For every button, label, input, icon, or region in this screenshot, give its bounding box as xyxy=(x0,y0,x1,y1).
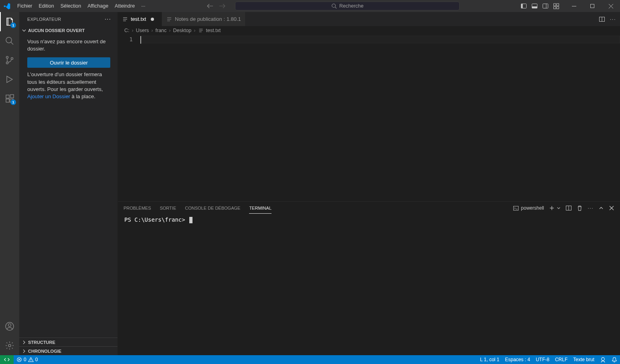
warning-count: 0 xyxy=(35,357,38,362)
outline-label: STRUCTURE xyxy=(28,340,55,345)
svg-rect-3 xyxy=(521,4,523,8)
menu-file[interactable]: Fichier xyxy=(14,0,36,12)
window-maximize-icon[interactable] xyxy=(583,0,602,12)
status-eol[interactable]: CRLF xyxy=(552,355,570,364)
breadcrumb-item[interactable]: C: xyxy=(124,28,130,33)
search-icon xyxy=(331,3,337,9)
menu-view[interactable]: Affichage xyxy=(84,0,111,12)
editor-group: test.txt Notes de publication : 1.80.1 ·… xyxy=(118,12,620,355)
timeline-label: CHRONOLOGIE xyxy=(28,349,61,354)
sidebar-explorer: EXPLORATEUR ··· AUCUN DOSSIER OUVERT Vou… xyxy=(19,12,118,355)
tab-label: test.txt xyxy=(131,16,146,22)
panel-tab-output[interactable]: SORTIE xyxy=(160,203,176,214)
breadcrumbs: C: › Users › franc › Desktop › test.txt xyxy=(118,26,620,35)
panel-more-icon[interactable]: ··· xyxy=(588,205,594,211)
breadcrumb-item[interactable]: Desktop xyxy=(173,28,191,33)
menu-go[interactable]: Atteindre xyxy=(111,0,138,12)
status-notifications-icon[interactable] xyxy=(609,355,620,364)
svg-point-18 xyxy=(6,57,8,59)
panel-tab-debug-console[interactable]: CONSOLE DE DÉBOGAGE xyxy=(185,203,240,214)
status-problems[interactable]: 0 0 xyxy=(14,355,41,364)
activity-source-control-icon[interactable] xyxy=(0,51,19,70)
menu-edit[interactable]: Edition xyxy=(36,0,57,12)
status-language-mode[interactable]: Texte brut xyxy=(570,355,597,364)
add-folder-link[interactable]: Ajouter un Dossier xyxy=(27,93,70,99)
sidebar-section-timeline[interactable]: CHRONOLOGIE xyxy=(19,346,118,355)
breadcrumb-item[interactable]: test.txt xyxy=(198,28,221,33)
terminal-selector[interactable]: powershell xyxy=(513,205,544,211)
title-bar: Fichier Edition Sélection Affichage Atte… xyxy=(0,0,620,12)
vscode-logo-icon xyxy=(0,3,14,10)
activity-extensions-icon[interactable]: 1 xyxy=(0,89,19,108)
svg-rect-24 xyxy=(10,95,14,98)
split-terminal-icon[interactable] xyxy=(565,205,572,211)
svg-rect-10 xyxy=(553,7,556,9)
split-editor-icon[interactable] xyxy=(599,16,605,22)
toggle-primary-sidebar-icon[interactable] xyxy=(518,0,529,12)
breadcrumb-item[interactable]: Users xyxy=(136,28,149,33)
sidebar-more-icon[interactable]: ··· xyxy=(105,16,111,23)
customize-layout-icon[interactable] xyxy=(551,0,561,12)
explorer-badge: 1 xyxy=(10,22,16,28)
tab-release-notes[interactable]: Notes de publication : 1.80.1 xyxy=(162,12,245,26)
activity-account-icon[interactable] xyxy=(0,317,19,336)
extensions-badge: 1 xyxy=(10,99,16,105)
svg-point-27 xyxy=(8,344,11,347)
terminal[interactable]: PS C:\Users\franc> xyxy=(118,214,620,355)
chevron-right-icon: › xyxy=(169,28,170,33)
chevron-right-icon: › xyxy=(194,28,195,33)
file-lines-icon xyxy=(166,16,172,22)
svg-point-19 xyxy=(6,62,8,64)
warning-icon xyxy=(28,357,34,362)
text-cursor xyxy=(140,36,141,44)
status-indentation[interactable]: Espaces : 4 xyxy=(502,355,533,364)
chevron-right-icon xyxy=(21,339,27,346)
activity-search-icon[interactable] xyxy=(0,31,19,51)
remote-indicator-icon[interactable] xyxy=(0,355,14,364)
status-encoding[interactable]: UTF-8 xyxy=(533,355,552,364)
sidebar-section-no-folder[interactable]: AUCUN DOSSIER OUVERT xyxy=(19,26,118,35)
nav-back-icon[interactable] xyxy=(207,3,213,9)
activity-settings-icon[interactable] xyxy=(0,336,19,355)
open-folder-button[interactable]: Ouvrir le dossier xyxy=(27,57,110,68)
menu-more-icon[interactable]: ··· xyxy=(138,0,148,12)
svg-line-17 xyxy=(11,42,13,44)
sidebar-msg2-a: L'ouverture d'un dossier fermera tous le… xyxy=(27,71,103,92)
svg-rect-6 xyxy=(543,4,548,8)
editor-line[interactable] xyxy=(140,36,620,43)
breadcrumb-item[interactable]: franc xyxy=(156,28,167,33)
tab-test-txt[interactable]: test.txt xyxy=(118,12,162,26)
activity-explorer-icon[interactable]: 1 xyxy=(0,12,19,31)
status-cursor-position[interactable]: L 1, col 1 xyxy=(477,355,502,364)
new-terminal-icon[interactable] xyxy=(549,205,555,211)
svg-rect-22 xyxy=(6,99,9,102)
panel-tab-terminal[interactable]: TERMINAL xyxy=(249,203,272,214)
menu-bar: Fichier Edition Sélection Affichage Atte… xyxy=(14,0,149,12)
command-center-search[interactable]: Recherche xyxy=(235,2,460,10)
close-panel-icon[interactable] xyxy=(609,205,614,211)
editor-tabs: test.txt Notes de publication : 1.80.1 ·… xyxy=(118,12,620,26)
svg-rect-9 xyxy=(557,4,559,6)
window-close-icon[interactable] xyxy=(602,0,620,12)
file-lines-icon xyxy=(122,16,128,22)
menu-selection[interactable]: Sélection xyxy=(57,0,84,12)
kill-terminal-icon[interactable] xyxy=(577,205,583,211)
activity-debug-icon[interactable] xyxy=(0,70,19,89)
maximize-panel-icon[interactable] xyxy=(598,205,604,211)
toggle-panel-icon[interactable] xyxy=(529,0,540,12)
editor-more-icon[interactable]: ··· xyxy=(610,16,616,22)
new-terminal-dropdown-icon[interactable] xyxy=(557,206,561,210)
svg-point-26 xyxy=(8,324,11,327)
panel-tab-problems[interactable]: PROBLÈMES xyxy=(124,203,151,214)
line-number-gutter: 1 xyxy=(118,35,140,201)
tab-label: Notes de publication : 1.80.1 xyxy=(175,16,241,22)
svg-point-16 xyxy=(6,37,12,43)
status-feedback-icon[interactable] xyxy=(597,355,609,364)
sidebar-section-outline[interactable]: STRUCTURE xyxy=(19,338,118,346)
svg-point-20 xyxy=(11,58,13,60)
svg-rect-21 xyxy=(6,95,9,98)
toggle-secondary-sidebar-icon[interactable] xyxy=(540,0,551,12)
nav-forward-icon[interactable] xyxy=(219,3,225,9)
text-editor[interactable]: 1 xyxy=(118,35,620,201)
window-minimize-icon[interactable] xyxy=(565,0,583,12)
